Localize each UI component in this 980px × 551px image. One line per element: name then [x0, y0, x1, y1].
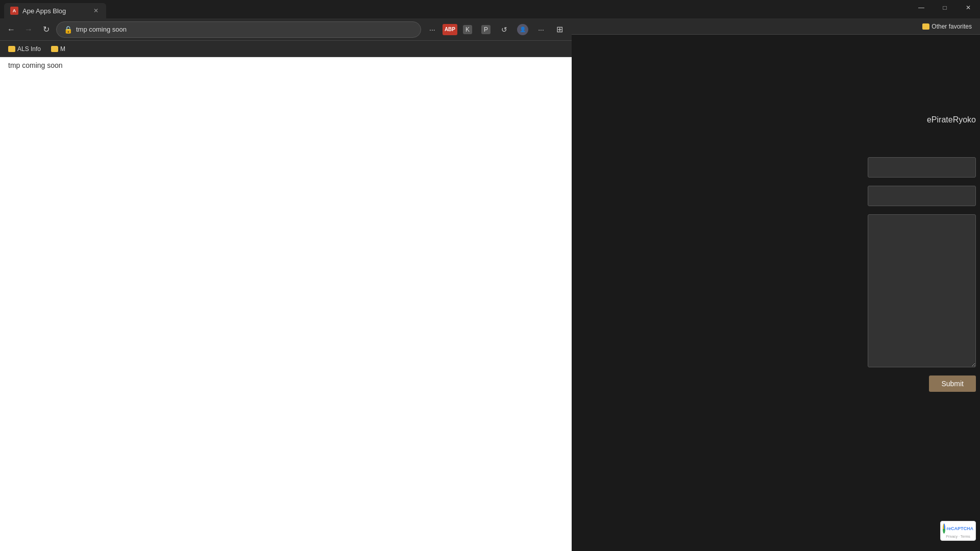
form-input-1[interactable] — [868, 157, 976, 178]
recaptcha-circle-icon — [943, 523, 945, 534]
extension-k-icon: K — [463, 25, 472, 34]
more-menu-button[interactable]: ··· — [533, 21, 549, 38]
submit-button[interactable]: Submit — [929, 375, 976, 392]
recaptcha-badge: reCAPTCHA Privacy · Terms — [940, 521, 976, 541]
active-tab[interactable]: A Ape Apps Blog ✕ — [4, 3, 106, 18]
bookmark-als-info[interactable]: ALS Info — [4, 44, 45, 54]
tab-close-button[interactable]: ✕ — [92, 7, 100, 15]
right-content-area: ePirateRyoko Submit reCAPTCHA Privacy · … — [572, 35, 980, 551]
webpage-content: tmp coming soon — [0, 57, 572, 551]
sidebar-icon: ⊞ — [556, 24, 563, 34]
other-favorites-folder-icon — [922, 23, 929, 30]
username-display: ePirateRyoko — [923, 111, 980, 129]
address-text: tmp coming soon — [76, 26, 127, 33]
sync-button[interactable]: ↺ — [496, 21, 512, 38]
other-favorites-bookmark[interactable]: Other favorites — [918, 22, 976, 31]
abp-extension[interactable]: ABP — [443, 24, 457, 35]
form-textarea[interactable] — [868, 214, 976, 367]
minimize-button[interactable]: — — [910, 0, 933, 15]
bookmarks-bar: ALS Info M — [0, 41, 572, 57]
maximize-button[interactable]: □ — [933, 0, 957, 15]
recaptcha-text: reCAPTCHA — [946, 526, 973, 531]
recaptcha-subtext: Privacy · Terms — [943, 535, 973, 538]
extension-k-button[interactable]: K — [459, 21, 476, 38]
folder-icon — [8, 46, 15, 52]
address-bar[interactable]: 🔒 tmp coming soon — [56, 21, 421, 38]
bookmarks-right-bar: Other favorites — [572, 18, 980, 35]
bookmark-m-label: M — [60, 45, 65, 53]
close-button[interactable]: ✕ — [957, 0, 980, 15]
back-button[interactable]: ← — [4, 22, 18, 37]
side-form: Submit — [868, 157, 980, 392]
extension-p-icon: P — [481, 25, 491, 34]
tab-bar: A Ape Apps Blog ✕ — [0, 0, 572, 18]
other-favorites-label: Other favorites — [932, 23, 972, 30]
bookmark-m[interactable]: M — [47, 44, 69, 54]
browser-toolbar: ← → ↻ 🔒 tmp coming soon ··· ABP K P ↺ — [0, 18, 572, 41]
browser-window: A Ape Apps Blog ✕ ← → ↻ 🔒 tmp coming soo… — [0, 0, 572, 551]
security-icon: 🔒 — [63, 24, 73, 35]
extension-p-button[interactable]: P — [478, 21, 494, 38]
folder-icon-2 — [51, 46, 58, 52]
profile-icon: 👤 — [517, 24, 528, 35]
right-panel: — □ ✕ Other favorites ePirateRyoko Submi… — [572, 0, 980, 551]
more-menu-icon: ··· — [538, 26, 544, 34]
toolbar-dots-button[interactable]: ··· — [424, 21, 440, 38]
tab-favicon: A — [10, 7, 18, 15]
toolbar-actions: ··· ABP K P ↺ 👤 ··· ⊞ — [424, 21, 568, 38]
sidebar-button[interactable]: ⊞ — [551, 21, 568, 38]
page-main-text: tmp coming soon — [8, 61, 564, 69]
reload-button[interactable]: ↻ — [39, 22, 53, 37]
toolbar-dots-icon: ··· — [429, 26, 435, 34]
bookmark-als-label: ALS Info — [17, 45, 41, 53]
recaptcha-logo: reCAPTCHA — [943, 523, 973, 534]
profile-button[interactable]: 👤 — [514, 21, 531, 38]
forward-button[interactable]: → — [21, 22, 36, 37]
form-input-2[interactable] — [868, 186, 976, 206]
sync-icon: ↺ — [501, 26, 507, 34]
window-controls: — □ ✕ — [910, 0, 980, 18]
tab-title: Ape Apps Blog — [22, 7, 66, 15]
